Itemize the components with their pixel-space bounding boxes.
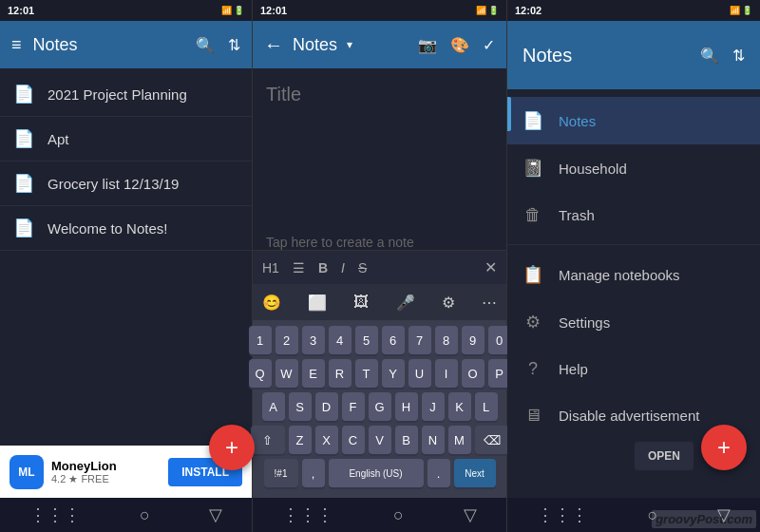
image-icon[interactable]: 🖼 — [353, 294, 369, 311]
search-icon-3[interactable]: 🔍 — [700, 47, 719, 65]
status-bar-3: 12:02 📶 🔋 — [507, 0, 760, 21]
fab-add-note-3[interactable]: + — [701, 425, 747, 470]
menu-item-notes[interactable]: 📄 Notes — [507, 97, 760, 144]
format-strike[interactable]: S — [358, 260, 367, 276]
manage-menu-icon: 📋 — [522, 264, 543, 285]
sort-icon-3[interactable]: ⇅ — [732, 47, 745, 65]
key-m[interactable]: M — [448, 426, 471, 454]
notes-menu-icon: 📄 — [522, 110, 543, 131]
note-item[interactable]: 📄 Welcome to Notes! — [0, 206, 252, 251]
space-key[interactable]: English (US) — [329, 459, 424, 487]
symbols-key[interactable]: !#1 — [264, 459, 298, 487]
key-1[interactable]: 1 — [249, 326, 272, 354]
key-j[interactable]: J — [422, 392, 445, 421]
period-key[interactable]: . — [428, 459, 450, 487]
note-item[interactable]: 📄 2021 Project Planning — [0, 72, 252, 117]
notes-title-1: Notes — [33, 35, 78, 55]
menu-item-settings[interactable]: ⚙ Settings — [507, 298, 760, 346]
key-o[interactable]: O — [462, 359, 484, 388]
ad-logo: ML — [10, 455, 44, 489]
back-icon[interactable]: ← — [264, 34, 283, 56]
format-h1[interactable]: H1 — [262, 260, 279, 276]
key-u[interactable]: U — [408, 359, 431, 388]
open-button[interactable]: OPEN — [635, 442, 694, 470]
menu-item-trash[interactable]: 🗑 Trash — [507, 192, 760, 238]
key-w[interactable]: W — [276, 359, 298, 388]
key-3[interactable]: 3 — [302, 326, 325, 354]
key-h[interactable]: H — [395, 392, 418, 421]
key-4[interactable]: 4 — [329, 326, 352, 354]
key-x[interactable]: X — [315, 426, 338, 454]
nav-home-icon-2[interactable]: ○ — [393, 505, 404, 525]
key-c[interactable]: C — [342, 426, 365, 454]
nav-menu-icon-3[interactable]: ⋮⋮⋮ — [537, 504, 588, 525]
key-n[interactable]: N — [422, 426, 445, 454]
more-icon[interactable]: ⋯ — [482, 294, 497, 312]
format-bold[interactable]: B — [318, 260, 328, 276]
format-close[interactable]: ✕ — [484, 258, 497, 276]
key-t[interactable]: T — [355, 359, 378, 388]
nav-back-icon[interactable]: ▽ — [209, 504, 222, 525]
editor-title-area[interactable] — [253, 68, 506, 235]
menu-header: Notes 🔍 ⇅ — [507, 21, 760, 89]
menu-item-help[interactable]: ? Help — [507, 346, 760, 392]
hamburger-icon[interactable]: ≡ — [11, 35, 22, 55]
nav-back-icon-2[interactable]: ▽ — [464, 504, 477, 525]
fab-add-note[interactable]: + — [209, 425, 255, 470]
title-input[interactable] — [266, 84, 493, 105]
dropdown-icon[interactable]: ▾ — [347, 38, 352, 51]
key-9[interactable]: 9 — [462, 326, 484, 354]
search-icon-1[interactable]: 🔍 — [196, 36, 215, 54]
key-6[interactable]: 6 — [382, 326, 405, 354]
key-z[interactable]: Z — [289, 426, 312, 454]
key-i[interactable]: I — [435, 359, 458, 388]
key-v[interactable]: V — [369, 426, 391, 454]
key-7[interactable]: 7 — [408, 326, 431, 354]
nav-menu-icon[interactable]: ⋮⋮⋮ — [29, 504, 81, 525]
format-italic[interactable]: I — [341, 260, 345, 276]
settings-icon[interactable]: ⚙ — [442, 294, 455, 312]
key-b[interactable]: B — [395, 426, 418, 454]
note-item[interactable]: 📄 Grocery list 12/13/19 — [0, 162, 252, 206]
q-row: Q W E R T Y U I O P — [256, 359, 503, 388]
editor-content-placeholder[interactable]: Tap here to create a note — [253, 235, 506, 250]
watermark: groovyPost.com — [652, 510, 756, 528]
sort-icon-1[interactable]: ⇅ — [228, 36, 240, 54]
key-2[interactable]: 2 — [276, 326, 298, 354]
key-y[interactable]: Y — [382, 359, 405, 388]
check-icon[interactable]: ✓ — [483, 36, 495, 54]
ad-info: MoneyLion 4.2 ★ FREE — [51, 459, 161, 485]
mic-icon[interactable]: 🎤 — [396, 294, 415, 312]
nav-menu-icon-2[interactable]: ⋮⋮⋮ — [282, 504, 333, 525]
emoji-icon[interactable]: 😊 — [262, 294, 281, 312]
key-g[interactable]: G — [369, 392, 391, 421]
paste-icon[interactable]: ⬜ — [308, 294, 327, 312]
key-r[interactable]: R — [329, 359, 352, 388]
comma-key[interactable]: , — [302, 459, 325, 487]
key-e[interactable]: E — [302, 359, 325, 388]
status-bar-2: 12:01 📶 🔋 — [253, 0, 506, 21]
key-5[interactable]: 5 — [355, 326, 378, 354]
note-item[interactable]: 📄 Apt — [0, 117, 252, 162]
next-key[interactable]: Next — [454, 459, 496, 487]
format-list[interactable]: ☰ — [293, 260, 305, 276]
menu-item-manage[interactable]: 📋 Manage notebooks — [507, 251, 760, 298]
camera-icon[interactable]: 📷 — [418, 36, 437, 54]
key-l[interactable]: L — [475, 392, 498, 421]
notes-app-header: ≡ Notes 🔍 ⇅ — [0, 21, 252, 68]
key-a[interactable]: A — [262, 392, 285, 421]
a-row: A S D F G H J K L — [256, 392, 503, 421]
key-d[interactable]: D — [315, 392, 338, 421]
shift-key[interactable]: ⇧ — [251, 426, 285, 454]
note-item-text: Welcome to Notes! — [48, 220, 167, 237]
note-icon: 📄 — [13, 128, 34, 149]
menu-item-household[interactable]: 📓 Household — [507, 144, 760, 192]
backspace-key[interactable]: ⌫ — [475, 426, 509, 454]
key-s[interactable]: S — [289, 392, 312, 421]
key-k[interactable]: K — [448, 392, 471, 421]
key-8[interactable]: 8 — [435, 326, 458, 354]
nav-home-icon[interactable]: ○ — [140, 505, 150, 525]
key-f[interactable]: F — [342, 392, 365, 421]
palette-icon[interactable]: 🎨 — [450, 36, 469, 54]
key-q[interactable]: Q — [249, 359, 272, 388]
